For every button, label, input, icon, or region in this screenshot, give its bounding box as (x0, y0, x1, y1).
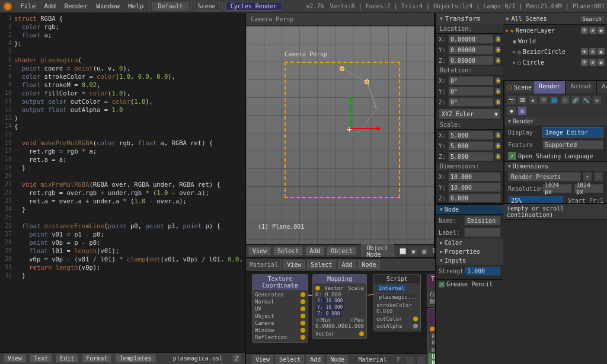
renderlayer-render[interactable]: ◉ (598, 27, 605, 34)
constraint-prop-icon[interactable]: 🔗 (571, 95, 580, 105)
vp-add-btn[interactable]: Add (305, 247, 324, 256)
location-y-field[interactable]: 0.00000 (448, 45, 494, 55)
ne-view-btn[interactable]: View (283, 260, 305, 269)
location-y-lock[interactable]: 🔒 (495, 46, 501, 53)
mapping-z[interactable]: Z: 0.000 (315, 311, 342, 317)
diffuse-roughness[interactable]: Roughness: 0.000 (430, 333, 435, 346)
view-menu[interactable]: View (4, 354, 26, 363)
circle-render[interactable]: ◉ (598, 59, 605, 66)
mapping-max-check[interactable] (349, 318, 354, 323)
render-presets-field[interactable]: Render Presets (508, 172, 581, 181)
node-canvas[interactable]: Texture Coordinate Generated Normal UV O… (246, 272, 435, 353)
bezier-cursor[interactable]: ⊕ (589, 48, 596, 55)
text-menu[interactable]: Text (30, 354, 52, 363)
tex-coord-reflection-socket[interactable] (301, 335, 305, 340)
rotation-y-field[interactable]: 0° (448, 87, 494, 96)
templates-menu[interactable]: Templates (115, 354, 155, 363)
color-section-hdr[interactable]: ▶ Color (436, 238, 503, 247)
ne-bottom-select[interactable]: Select (276, 355, 304, 364)
vp-view-btn[interactable]: View (248, 247, 271, 256)
bezier-render[interactable]: ◉ (598, 48, 605, 55)
location-z-lock[interactable]: 🔒 (495, 57, 501, 64)
script-internal-btn[interactable]: Internal (376, 285, 407, 292)
mapping-min-check[interactable] (315, 318, 320, 323)
tex-coord-generated-socket[interactable] (301, 292, 305, 297)
ne-bottom-add[interactable]: Add (306, 355, 324, 364)
location-z-field[interactable]: 0.00000 (448, 56, 494, 65)
data-prop-icon[interactable]: ◎ (592, 95, 602, 105)
rotation-y-lock[interactable]: 🔒 (495, 88, 501, 95)
dimensions-section-hdr[interactable]: ▼ Dimensions (504, 162, 607, 171)
render-prop-icon[interactable]: 🖼 (517, 95, 527, 105)
format-menu[interactable]: Format (82, 354, 111, 363)
edit-menu[interactable]: Edit (56, 354, 78, 363)
outliner-circle[interactable]: ▶ ○ Circle 👁 ⊕ ◉ (503, 57, 607, 68)
script-outalpha-socket[interactable] (413, 324, 418, 328)
menu-file[interactable]: File (17, 1, 40, 11)
scene-selector[interactable]: Scene (194, 2, 220, 11)
scene-prop-icon[interactable]: 🎬 (539, 95, 548, 105)
render-presets-add[interactable]: + (583, 172, 592, 181)
display-selector[interactable]: Image Editor (542, 127, 603, 138)
dim-y-field[interactable]: 10.000 (448, 183, 501, 192)
render-presets-remove[interactable]: - (594, 172, 603, 181)
layer-prop-icon[interactable]: ◈ (528, 95, 538, 105)
node-name-field[interactable]: Emission (464, 216, 501, 225)
ne-material-label[interactable]: Material (353, 355, 392, 364)
vp-object-btn[interactable]: Object (327, 247, 356, 256)
vp-select-btn[interactable]: Select (273, 247, 303, 256)
transparent-bsdf-node[interactable]: Transparent BSDF Color BSDF (427, 274, 435, 307)
tex-coord-uv-socket[interactable] (301, 306, 305, 311)
ne-bottom-node[interactable]: Node (327, 355, 348, 364)
osl-file-label[interactable]: plasmagica.osl (168, 354, 228, 363)
object-prop-icon[interactable]: ⬡ (560, 95, 570, 105)
rotation-z-field[interactable]: 0° (448, 97, 494, 107)
tex-coord-normal-socket[interactable] (301, 299, 305, 304)
ne-select-btn[interactable]: Select (307, 260, 336, 269)
bezier-handle-2[interactable] (365, 79, 369, 84)
outliner-bezier-circle[interactable]: ▶ ◎ BezierCircle 👁 ⊕ ◉ (503, 46, 607, 57)
renderlayer-cursor[interactable]: ⊕ (589, 27, 596, 34)
mapping-x[interactable]: X: 10.000 (315, 298, 344, 304)
menu-window[interactable]: Window (92, 1, 123, 11)
rotation-z-lock[interactable]: 🔒 (495, 98, 501, 106)
tex-coord-camera-socket[interactable] (301, 321, 305, 325)
diffuse-color-in[interactable] (430, 327, 435, 331)
circle-eye[interactable]: 👁 (581, 59, 588, 66)
properties-section-hdr[interactable]: ▶ Properties (436, 247, 503, 256)
res-y-field[interactable]: 1024 px (574, 184, 603, 193)
diffuse-bsdf-node[interactable]: Diffuse BSDF Color Roughness: 0.000 Norm… (427, 308, 435, 353)
mapping-out-socket[interactable] (359, 331, 364, 336)
location-x-lock[interactable]: 🔒 (495, 36, 501, 43)
res-x-field[interactable]: 1024 px (542, 184, 572, 193)
engine-selector[interactable]: Cycles Render (225, 2, 282, 11)
outliner-world[interactable]: ◉ World (503, 36, 607, 46)
world-prop-icon[interactable]: 🌐 (550, 95, 559, 105)
scale-z-field[interactable]: 5.000 (448, 152, 494, 161)
ne-node-btn[interactable]: Node (358, 260, 379, 269)
rotation-x-field[interactable]: 0° (448, 76, 494, 85)
animat-tab[interactable]: Animat (566, 81, 597, 94)
object-mode-selector[interactable]: Object Mode (361, 244, 393, 259)
rotation-x-lock[interactable]: 🔒 (495, 77, 501, 84)
script-outcolor-socket[interactable] (413, 317, 418, 321)
circle-cursor[interactable]: ⊕ (589, 59, 596, 66)
scale-y-lock[interactable]: 🔒 (495, 142, 501, 149)
percent-field[interactable]: 25% (508, 196, 564, 203)
vp-icon-2[interactable]: ◉ (409, 247, 418, 256)
camera-prop-icon[interactable]: 📷 (507, 95, 516, 105)
feature-field[interactable]: Supported (542, 140, 603, 149)
ne-bottom-icon[interactable] (248, 355, 250, 365)
diffuse-normal[interactable]: Normal (430, 347, 435, 353)
rotation-mode-dropdown[interactable]: XYZ Euler ▼ (439, 108, 501, 119)
audio-tab[interactable]: Audio (597, 81, 607, 94)
material-prop-icon[interactable]: ● (507, 106, 516, 116)
render-section-hdr[interactable]: ▼ Render (504, 117, 607, 126)
tex-coord-object-socket[interactable] (301, 314, 305, 318)
mapping-node[interactable]: Mapping Vector Scale K: 0.000 X: 10.000 (312, 274, 367, 339)
viewport-canvas[interactable]: Camera Persp (1) Plane.001 (246, 26, 434, 244)
scale-x-field[interactable]: 5.000 (448, 130, 494, 140)
bezier-eye[interactable]: 👁 (581, 48, 588, 55)
menu-add[interactable]: Add (41, 1, 60, 11)
scale-y-field[interactable]: 5.000 (448, 141, 494, 151)
